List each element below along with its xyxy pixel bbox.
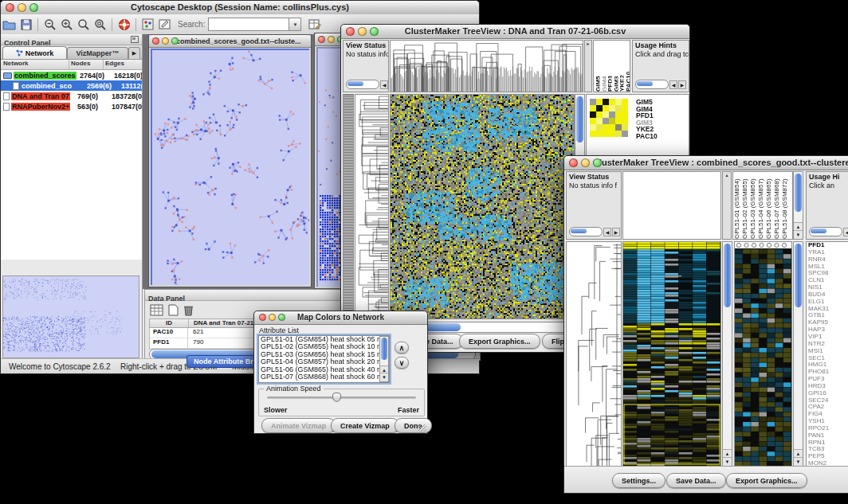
desktop: Cytoscape Desktop (Session Name: collins…	[0, 0, 848, 504]
network-edges: 183728(0)	[112, 92, 142, 100]
folder-icon	[3, 72, 12, 79]
zoom-out-icon[interactable]	[41, 17, 58, 33]
attribute-list[interactable]: GPL51-01 (GSM854) heat shock 05 minGPL51…	[259, 336, 389, 381]
minimize-icon[interactable]	[358, 27, 367, 36]
close-icon[interactable]	[259, 314, 266, 321]
network1-titlebar[interactable]: combined_scores_good.txt--cluste...	[149, 35, 311, 48]
network-row[interactable]: RNAPuberNov2+563(0)107847(0)	[1, 101, 142, 111]
tv1-export-graphics-button[interactable]: Export Graphics...	[459, 334, 540, 349]
zoom-fit-icon[interactable]	[75, 17, 92, 33]
tv1-view-status-text: No status info f	[344, 49, 388, 58]
tv2-status-scrollbar[interactable]: ◀▶	[569, 227, 620, 236]
tv2-splitter[interactable]: ▴	[722, 171, 732, 240]
control-panel-title: Control Panel	[1, 39, 51, 47]
new-doc-icon[interactable]	[168, 304, 179, 319]
more-tabs-button[interactable]: ▶	[128, 47, 140, 59]
tv2-column-label: GPL51-01 (GSM854)	[733, 172, 741, 239]
float-panel-icon[interactable]	[131, 36, 139, 43]
tv1-column-label: GIM3	[612, 41, 618, 92]
tv1-usage-scrollbar[interactable]: ◀▶	[635, 80, 686, 89]
col-network[interactable]: Network	[1, 60, 69, 69]
col-edges[interactable]: Edges	[104, 60, 142, 69]
network-nodes: 563(0)	[77, 103, 112, 111]
zoom-in-icon[interactable]	[58, 17, 75, 33]
network-row[interactable]: combined_sco2569(6)13112(15)	[1, 80, 142, 91]
minimize-icon[interactable]	[581, 158, 590, 167]
birdseye-view-canvas[interactable]	[3, 276, 139, 357]
close-icon[interactable]	[569, 158, 578, 167]
minimize-icon[interactable]	[18, 3, 26, 12]
tv2-label-scrollbar[interactable]: ▲▼	[793, 171, 803, 240]
main-titlebar[interactable]: Cytoscape Desktop (Session Name: collins…	[1, 1, 479, 15]
tv1-splitter[interactable]: ▸	[584, 40, 592, 92]
vizmap-icon[interactable]	[139, 17, 156, 33]
tv2-export-graphics-button[interactable]: Export Graphics...	[726, 473, 807, 488]
animation-speed-group: Animation Speed Slower Faster	[258, 389, 425, 416]
trash-icon[interactable]	[183, 304, 194, 319]
close-icon[interactable]	[318, 36, 325, 43]
treeview1-titlebar[interactable]: ClusterMaker TreeView : DNA and Tran 07-…	[341, 25, 689, 39]
tv2-column-tree[interactable]	[622, 171, 721, 240]
save-icon[interactable]	[18, 17, 34, 33]
search-input[interactable]	[208, 18, 289, 31]
tv2-settings-button[interactable]: Settings...	[612, 473, 665, 488]
move-down-button[interactable]: ∨	[395, 357, 409, 369]
tv1-column-label: PAC10	[624, 41, 630, 92]
annotation-icon[interactable]	[156, 17, 173, 33]
tv2-heatmap-zoom[interactable]	[734, 241, 792, 467]
data-panel-title: Data Panel	[145, 295, 185, 303]
tv1-status-scrollbar[interactable]: ◀▶	[346, 80, 389, 89]
minimize-icon[interactable]	[269, 314, 276, 321]
zoom-window-icon[interactable]	[278, 314, 285, 321]
open-icon[interactable]	[1, 17, 18, 33]
minimize-icon[interactable]	[328, 36, 335, 43]
tv2-zoom-vscrollbar[interactable]: ▲▼	[793, 241, 803, 467]
network-row[interactable]: DNA and Tran 07769(0)183728(0)	[1, 91, 142, 101]
close-icon[interactable]	[152, 37, 159, 45]
tv2-save-data-button[interactable]: Save Data...	[666, 473, 726, 488]
search-dropdown-icon[interactable]: ▼	[289, 18, 301, 31]
tv2-column-labels: GPL51-01 (GSM854)GPL51-02 (GSM855)GPL51-…	[732, 171, 793, 240]
tv2-usage-scrollbar[interactable]: ◀▶	[809, 227, 848, 236]
animation-slider[interactable]	[267, 397, 416, 399]
tv1-heatmap[interactable]	[390, 94, 575, 319]
animate-vizmap-button[interactable]: Animate Vizmap	[261, 418, 336, 433]
tv1-column-tree[interactable]	[390, 40, 583, 92]
close-icon[interactable]	[346, 27, 355, 36]
tv2-gene-tree[interactable]	[566, 241, 622, 467]
network-window-1: combined_scores_good.txt--cluste...	[148, 34, 312, 287]
dialog-titlebar[interactable]: Map Colors to Network	[254, 311, 427, 325]
help-lifesaver-icon[interactable]	[116, 17, 132, 33]
tv1-mini-heatmap[interactable]	[590, 99, 628, 137]
attribute-list-item[interactable]: GPL51-07 (GSM868) heat shock 60 min	[259, 373, 389, 381]
network1-view-canvas[interactable]	[152, 50, 309, 285]
tab-network[interactable]: Network	[2, 46, 67, 59]
minimize-icon[interactable]	[162, 37, 169, 45]
table-icon[interactable]	[150, 304, 163, 319]
attribute-browser-icon[interactable]	[306, 17, 323, 33]
dp-col-id[interactable]: ID	[150, 319, 189, 327]
network-row[interactable]: combined_scores2764(0)16218(0)	[1, 70, 142, 80]
tv2-vscrollbar[interactable]: ▲▼	[722, 241, 732, 467]
animation-slider-thumb[interactable]	[332, 393, 341, 402]
attribute-list-scrollbar[interactable]: ▲▼	[379, 336, 389, 382]
create-vizmap-button[interactable]: Create Vizmap	[331, 418, 399, 433]
move-up-button[interactable]: ∧	[395, 342, 409, 354]
tv1-gene-tree[interactable]	[355, 94, 389, 319]
doc-icon	[3, 92, 10, 100]
tv2-heatmap-global[interactable]	[622, 241, 721, 467]
zoom-window-icon[interactable]	[370, 27, 379, 36]
col-nodes[interactable]: Nodes	[69, 60, 104, 69]
zoom-window-icon[interactable]	[171, 37, 179, 45]
search-label: Search:	[178, 20, 205, 29]
resize-grip[interactable]	[418, 424, 426, 432]
tv2-usage-text: Click an	[807, 181, 848, 189]
window-controls[interactable]	[6, 3, 38, 12]
zoom-window-icon[interactable]	[29, 3, 38, 12]
treeview2-titlebar[interactable]: ClusterMaker TreeView : combined_scores_…	[564, 156, 848, 170]
tab-vizmapper[interactable]: VizMapper™	[67, 47, 128, 59]
tv2-view-status-text: No status info f	[567, 181, 621, 189]
zoom-window-icon[interactable]	[593, 158, 602, 167]
close-icon[interactable]	[6, 3, 14, 12]
zoom-selected-icon[interactable]	[92, 17, 108, 33]
